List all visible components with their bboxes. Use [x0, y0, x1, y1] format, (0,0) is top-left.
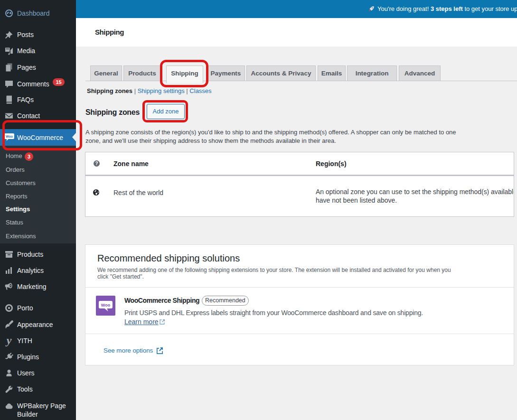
- svg-text:Woo: Woo: [101, 303, 111, 308]
